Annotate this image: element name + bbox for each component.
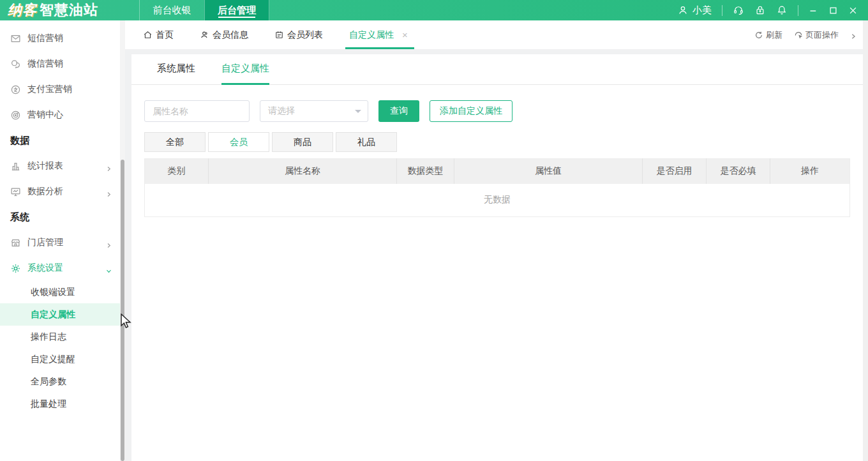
home-icon — [143, 30, 153, 40]
page-operations-icon — [794, 31, 803, 40]
titlebar-right: 小美 — [677, 0, 868, 20]
filter-all[interactable]: 全部 — [144, 132, 206, 152]
page-tab-member-list[interactable]: 会员列表 — [274, 20, 323, 49]
refresh-label: 刷新 — [766, 29, 782, 41]
tab-custom-attributes[interactable]: 自定义属性 — [221, 54, 269, 84]
attribute-tabs: 系统属性 自定义属性 — [131, 54, 863, 85]
category-filters: 全部 会员 商品 礼品 — [144, 132, 850, 152]
column-header-category: 类别 — [145, 159, 209, 184]
query-button[interactable]: 查询 — [378, 100, 419, 122]
select-placeholder: 请选择 — [268, 105, 295, 117]
column-header-attribute-value: 属性值 — [454, 159, 643, 184]
headset-icon[interactable] — [733, 4, 744, 16]
page-tabbar: 首页 会员信息 会员列表 自定义属性 × 刷新 页 — [125, 20, 863, 49]
sidebar-item-store-management[interactable]: 门店管理 — [0, 230, 120, 255]
sidebar-item-label: 系统设置 — [27, 262, 63, 274]
user-menu[interactable]: 小美 — [677, 4, 712, 17]
sidebar-subitem-global-parameters[interactable]: 全局参数 — [0, 370, 120, 393]
tab-front-cashier[interactable]: 前台收银 — [139, 0, 204, 20]
tabbar-actions: 刷新 页面操作 — [754, 29, 863, 41]
refresh-icon — [754, 31, 763, 40]
sidebar: 短信营销 微信营销 支付宝营销 营销中心 数据 统计报表 数据分析 系统 门店管 — [0, 20, 120, 461]
sidebar-section-system: 系统 — [0, 204, 120, 230]
empty-row: 无数据 — [145, 184, 850, 217]
page-tab-custom-attributes[interactable]: 自定义属性 × — [349, 20, 408, 49]
wechat-icon — [10, 59, 21, 70]
attributes-table-wrap: 类别 属性名称 数据类型 属性值 是否启用 是否必填 操作 无数据 — [144, 158, 850, 217]
page-tab-label: 会员列表 — [287, 29, 323, 41]
column-header-data-type: 数据类型 — [397, 159, 454, 184]
column-header-enabled: 是否启用 — [643, 159, 707, 184]
caret-down-icon — [355, 110, 361, 116]
sidebar-subitem-operation-logs[interactable]: 操作日志 — [0, 326, 120, 348]
minimize-button[interactable] — [809, 6, 818, 15]
close-button[interactable] — [848, 6, 858, 15]
gear-icon — [10, 263, 21, 274]
user-icon — [677, 4, 689, 16]
sidebar-item-alipay-marketing[interactable]: 支付宝营销 — [0, 77, 120, 102]
sidebar-item-data-analysis[interactable]: 数据分析 — [0, 179, 120, 204]
filter-gift[interactable]: 礼品 — [336, 132, 397, 152]
sidebar-subitem-batch-processing[interactable]: 批量处理 — [0, 393, 120, 415]
search-form: 请选择 查询 添加自定义属性 — [144, 100, 850, 122]
column-header-attribute-name: 属性名称 — [209, 159, 397, 184]
bell-icon[interactable] — [776, 4, 788, 16]
member-icon — [200, 30, 209, 40]
sidebar-item-system-settings[interactable]: 系统设置 — [0, 255, 120, 281]
add-custom-attribute-button[interactable]: 添加自定义属性 — [430, 100, 513, 122]
card-list-icon — [274, 30, 284, 40]
target-icon — [10, 110, 21, 121]
titlebar: 纳客 智慧油站 前台收银 后台管理 小美 — [0, 0, 868, 20]
app-window: 纳客 智慧油站 前台收银 后台管理 小美 — [0, 0, 868, 461]
close-tab-icon[interactable]: × — [402, 29, 408, 40]
sidebar-subitem-custom-attributes[interactable]: 自定义属性 — [0, 303, 120, 326]
sidebar-item-marketing-center[interactable]: 营销中心 — [0, 102, 120, 128]
sidebar-item-sms-marketing[interactable]: 短信营销 — [0, 26, 120, 51]
attribute-name-input[interactable] — [144, 100, 250, 122]
expand-actions-icon[interactable] — [850, 32, 857, 38]
sidebar-subitem-cashier-settings[interactable]: 收银端设置 — [0, 281, 120, 303]
mail-icon — [10, 33, 21, 44]
page-operations-button[interactable]: 页面操作 — [794, 29, 839, 41]
filter-product[interactable]: 商品 — [272, 132, 333, 152]
chevron-right-icon — [106, 189, 112, 195]
lock-icon[interactable] — [754, 4, 766, 16]
sidebar-item-wechat-marketing[interactable]: 微信营销 — [0, 51, 120, 77]
sidebar-item-label: 营销中心 — [27, 109, 63, 121]
store-icon — [10, 238, 21, 248]
sidebar-item-label: 微信营销 — [27, 58, 63, 70]
table-header-row: 类别 属性名称 数据类型 属性值 是否启用 是否必填 操作 — [145, 159, 850, 184]
chevron-right-icon — [106, 163, 112, 169]
main-area: 首页 会员信息 会员列表 自定义属性 × 刷新 页 — [125, 20, 868, 461]
sidebar-item-label: 统计报表 — [27, 160, 63, 172]
column-header-actions: 操作 — [770, 159, 850, 184]
attributes-table: 类别 属性名称 数据类型 属性值 是否启用 是否必填 操作 无数据 — [144, 158, 850, 217]
sidebar-subitem-custom-reminders[interactable]: 自定义提醒 — [0, 348, 120, 370]
maximize-button[interactable] — [828, 6, 838, 15]
column-header-required: 是否必填 — [707, 159, 770, 184]
page-tab-label: 会员信息 — [213, 29, 248, 41]
sidebar-scrollbar-thumb[interactable] — [121, 160, 124, 461]
refresh-button[interactable]: 刷新 — [754, 29, 782, 41]
page-tab-label: 自定义属性 — [349, 29, 394, 41]
monitor-icon — [10, 186, 21, 197]
titlebar-divider — [798, 5, 798, 16]
page-tab-home[interactable]: 首页 — [143, 20, 174, 49]
sidebar-item-label: 数据分析 — [27, 186, 63, 197]
titlebar-mode-tabs: 前台收银 后台管理 — [139, 0, 269, 20]
sidebar-scrollbar[interactable] — [120, 20, 125, 461]
tab-back-management[interactable]: 后台管理 — [204, 0, 269, 20]
logo-product: 智慧油站 — [40, 1, 98, 20]
sidebar-item-statistics-reports[interactable]: 统计报表 — [0, 153, 120, 179]
app-logo: 纳客 智慧油站 — [0, 0, 139, 20]
content-card: 系统属性 自定义属性 请选择 查询 添加自定义属性 全部 会员 商品 礼品 — [131, 54, 863, 461]
filter-member[interactable]: 会员 — [208, 132, 269, 152]
category-select[interactable]: 请选择 — [260, 100, 368, 122]
window-scrollbar[interactable] — [863, 20, 868, 461]
page-operations-label: 页面操作 — [805, 29, 839, 41]
bar-chart-icon — [10, 161, 21, 172]
page-tab-member-info[interactable]: 会员信息 — [200, 20, 248, 49]
tab-system-attributes[interactable]: 系统属性 — [157, 54, 195, 84]
titlebar-divider — [722, 5, 722, 16]
sidebar-item-label: 短信营销 — [27, 33, 63, 44]
